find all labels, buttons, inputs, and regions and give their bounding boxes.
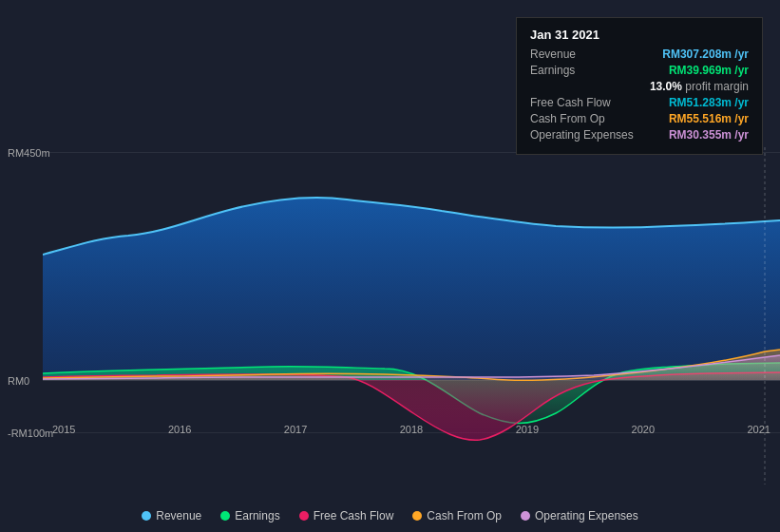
- tooltip-cashfromop-label: Cash From Op: [530, 112, 605, 125]
- data-tooltip: Jan 31 2021 Revenue RM307.208m /yr Earni…: [516, 17, 763, 155]
- revenue-area: [43, 198, 780, 380]
- y-label-zero: RM0: [8, 375, 29, 387]
- tooltip-opex-row: Operating Expenses RM30.355m /yr: [530, 128, 749, 142]
- legend-label-fcf: Free Cash Flow: [314, 509, 394, 522]
- x-label-2019: 2019: [516, 424, 539, 435]
- legend-item-opex[interactable]: Operating Expenses: [521, 509, 638, 522]
- legend-label-cashfromop: Cash From Op: [427, 509, 502, 522]
- tooltip-opex-value: RM30.355m /yr: [669, 128, 749, 142]
- tooltip-revenue-row: Revenue RM307.208m /yr: [530, 48, 749, 61]
- x-label-2016: 2016: [168, 424, 191, 435]
- tooltip-earnings-value: RM39.969m /yr: [669, 64, 749, 77]
- legend-dot-earnings: [220, 511, 230, 521]
- tooltip-revenue-label: Revenue: [530, 48, 576, 61]
- tooltip-fcf-value: RM51.283m /yr: [669, 96, 749, 109]
- tooltip-earnings-row: Earnings RM39.969m /yr: [530, 64, 749, 77]
- tooltip-date: Jan 31 2021: [530, 28, 749, 42]
- legend-label-opex: Operating Expenses: [535, 509, 638, 522]
- tooltip-revenue-value: RM307.208m /yr: [662, 48, 749, 61]
- x-axis-labels: 2015 2016 2017 2018 2019 2020 2021: [43, 424, 780, 435]
- x-label-2021: 2021: [747, 424, 770, 435]
- tooltip-cashfromop-row: Cash From Op RM55.516m /yr: [530, 112, 749, 125]
- legend-item-fcf[interactable]: Free Cash Flow: [299, 509, 394, 522]
- tooltip-opex-label: Operating Expenses: [530, 128, 634, 142]
- legend-label-revenue: Revenue: [156, 509, 201, 522]
- x-label-2015: 2015: [52, 424, 75, 435]
- x-label-2017: 2017: [284, 424, 307, 435]
- legend-item-cashfromop[interactable]: Cash From Op: [412, 509, 502, 522]
- legend-dot-fcf: [299, 511, 309, 521]
- chart-legend: Revenue Earnings Free Cash Flow Cash Fro…: [0, 509, 780, 522]
- legend-item-revenue[interactable]: Revenue: [142, 509, 201, 522]
- tooltip-fcf-row: Free Cash Flow RM51.283m /yr: [530, 96, 749, 109]
- legend-item-earnings[interactable]: Earnings: [220, 509, 279, 522]
- tooltip-cashfromop-value: RM55.516m /yr: [669, 112, 749, 125]
- legend-dot-cashfromop: [412, 511, 422, 521]
- legend-dot-revenue: [142, 511, 151, 521]
- tooltip-fcf-label: Free Cash Flow: [530, 96, 611, 109]
- x-label-2018: 2018: [400, 424, 423, 435]
- tooltip-profit-margin: 13.0% profit margin: [530, 80, 749, 93]
- legend-dot-opex: [521, 511, 530, 521]
- x-label-2020: 2020: [632, 424, 655, 435]
- legend-label-earnings: Earnings: [235, 509, 279, 522]
- tooltip-earnings-label: Earnings: [530, 64, 575, 77]
